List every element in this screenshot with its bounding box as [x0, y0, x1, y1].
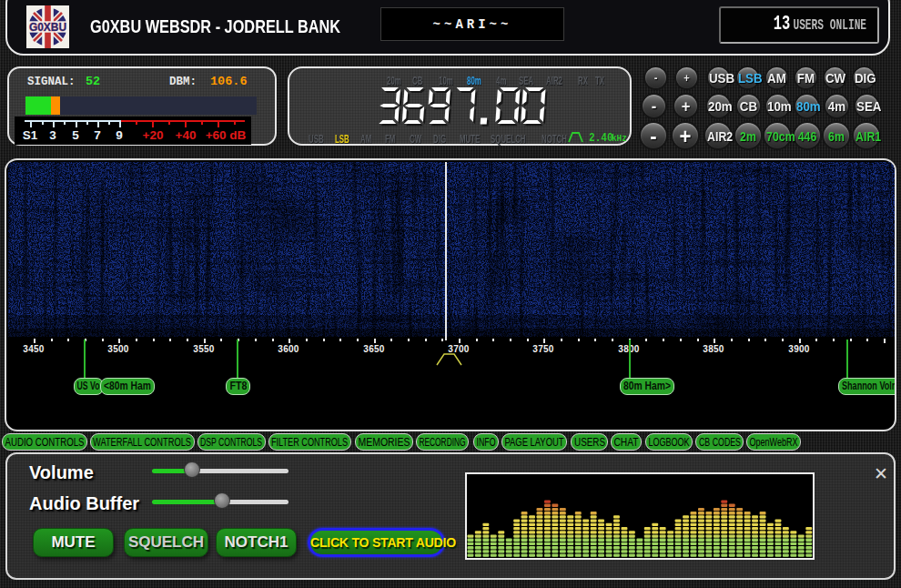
svg-text:FT8: FT8 [230, 380, 248, 392]
svg-text:80m Ham>: 80m Ham> [623, 380, 671, 392]
svg-text:CHAT: CHAT [614, 436, 640, 449]
svg-text:USERS: USERS [574, 436, 605, 449]
svg-text:OpenWebRX: OpenWebRX [750, 436, 798, 449]
svg-text:Shannon Volme: Shannon Volme [842, 380, 896, 392]
svg-text:DSP CONTROLS: DSP CONTROLS [200, 436, 262, 449]
svg-text:G0XBU: G0XBU [29, 20, 66, 34]
svg-text:MEMORIES: MEMORIES [359, 436, 410, 449]
svg-text:INFO: INFO [477, 436, 496, 449]
svg-text:CB CODES: CB CODES [699, 436, 741, 449]
svg-text:WATERFALL CONTROLS: WATERFALL CONTROLS [93, 436, 191, 449]
svg-text:RECORDING: RECORDING [420, 436, 466, 449]
svg-text:<80m Ham: <80m Ham [104, 380, 151, 392]
svg-text:AUDIO CONTROLS: AUDIO CONTROLS [5, 436, 85, 449]
svg-text:PAGE LAYOUT: PAGE LAYOUT [505, 436, 565, 449]
svg-text:FILTER CONTROLS: FILTER CONTROLS [271, 436, 348, 449]
svg-text:LOGBOOK: LOGBOOK [649, 436, 690, 449]
svg-text:US Vo: US Vo [77, 380, 100, 392]
